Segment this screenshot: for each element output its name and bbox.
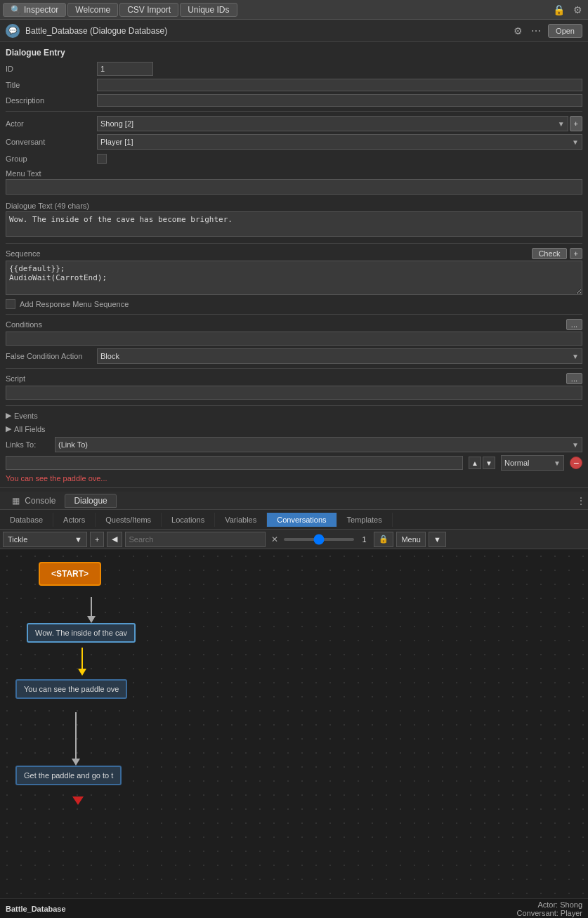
add-conversation-button[interactable]: + xyxy=(90,532,104,547)
pin-button[interactable]: 🔒 xyxy=(550,3,568,17)
window-settings-button[interactable]: ⚙ xyxy=(512,24,524,38)
actors-tab-label: Actors xyxy=(63,516,85,524)
links-to-dropdown[interactable]: (Link To) ▼ xyxy=(55,437,582,452)
dialogue-node-2[interactable]: You can see the paddle ove xyxy=(15,679,127,699)
canvas-toolbar: Tickle ▼ + ◀ ✕ 1 🔒 Menu ▼ xyxy=(0,530,588,549)
conversation-selector[interactable]: Tickle ▼ xyxy=(3,532,87,547)
actor-add-button[interactable]: + xyxy=(570,116,582,131)
warning-input[interactable] xyxy=(6,456,463,470)
sub-tab-database[interactable]: Database xyxy=(0,513,53,527)
add-response-menu-seq-checkbox[interactable] xyxy=(6,299,15,309)
all-fields-label: All Fields xyxy=(14,425,46,433)
conversant-dropdown-container: Player [1] ▼ xyxy=(97,134,582,150)
sub-tab-templates[interactable]: Templates xyxy=(337,513,393,527)
tab-welcome[interactable]: Welcome xyxy=(67,3,118,17)
script-input[interactable] xyxy=(6,386,582,400)
separator4 xyxy=(6,368,582,369)
conditions-ellipsis-button[interactable]: ... xyxy=(566,319,582,330)
nav-down-button[interactable]: ▼ xyxy=(483,457,495,469)
actor-field-row: Actor Shong [2] ▼ + xyxy=(6,114,582,133)
warning-row: ▲ ▼ Normal ▼ − xyxy=(6,454,582,472)
dialogue-node-3-label: Get the paddle and go to t xyxy=(24,771,113,780)
links-to-row: Links To: (Link To) ▼ xyxy=(6,435,582,454)
conversant-status: Conversant: Player xyxy=(516,909,582,917)
lock-button[interactable]: 🔒 xyxy=(374,532,393,547)
dialogue-node-1[interactable]: Wow. The inside of the cav xyxy=(27,623,136,643)
events-row[interactable]: ▶ Events xyxy=(6,409,582,422)
variables-tab-label: Variables xyxy=(225,516,256,524)
title-label: Title xyxy=(6,81,97,89)
zoom-slider[interactable] xyxy=(284,538,354,541)
all-fields-chevron-icon: ▶ xyxy=(6,424,11,433)
menu-text-block: Menu Text xyxy=(6,166,582,196)
false-condition-dropdown[interactable]: Block ▼ xyxy=(97,348,582,364)
normal-dropdown[interactable]: Normal ▼ xyxy=(501,455,564,471)
conversant-dropdown-arrow: ▼ xyxy=(572,138,579,146)
actor-dropdown[interactable]: Shong [2] ▼ xyxy=(97,116,568,131)
id-input[interactable] xyxy=(97,62,153,76)
canvas-search-input[interactable] xyxy=(125,532,266,547)
sub-tabs-bar: Database Actors Quests/Items Locations V… xyxy=(0,510,588,530)
events-chevron-icon: ▶ xyxy=(6,411,11,420)
canvas-area[interactable]: <START> Wow. The inside of the cav You c… xyxy=(0,549,588,898)
window-more-button[interactable]: ⋯ xyxy=(530,24,542,38)
canvas-menu-button[interactable]: Menu xyxy=(396,532,426,547)
open-button[interactable]: Open xyxy=(548,24,582,38)
start-node[interactable]: <START> xyxy=(39,562,101,586)
links-to-value: (Link To) xyxy=(58,440,88,449)
minus-button[interactable]: − xyxy=(570,457,582,469)
close-icon: ✕ xyxy=(271,535,278,544)
events-label: Events xyxy=(14,412,38,420)
separator5 xyxy=(6,405,582,406)
bottom-panel: ▦ Console Dialogue ⋮ Database Actors Que… xyxy=(0,492,588,918)
normal-arrow: ▼ xyxy=(554,459,561,467)
sequence-buttons: Check + xyxy=(532,248,582,259)
tab-dialogue[interactable]: Dialogue xyxy=(65,494,116,508)
canvas-menu-arrow[interactable]: ▼ xyxy=(429,532,446,547)
description-input[interactable] xyxy=(97,94,582,107)
nav-prev-button[interactable]: ◀ xyxy=(107,532,122,547)
actor-dropdown-arrow: ▼ xyxy=(558,120,565,128)
sequence-add-button[interactable]: + xyxy=(570,248,582,259)
sub-tab-actors[interactable]: Actors xyxy=(53,513,96,527)
sub-tab-quests[interactable]: Quests/Items xyxy=(96,513,162,527)
unique-ids-tab-label: Unique IDs xyxy=(188,5,229,15)
sub-tab-conversations[interactable]: Conversations xyxy=(267,513,337,527)
all-fields-row[interactable]: ▶ All Fields xyxy=(6,422,582,435)
sub-tab-variables[interactable]: Variables xyxy=(215,513,267,527)
panel-menu-button[interactable]: ⋮ xyxy=(577,496,585,506)
conversant-label: Conversant xyxy=(6,138,97,146)
panel-menu-icon: ⋮ xyxy=(577,496,585,506)
top-bar: 🔍 Inspector Welcome CSV Import Unique ID… xyxy=(0,0,588,20)
separator1 xyxy=(6,111,582,112)
add-icon: + xyxy=(95,535,99,544)
title-field-row: Title xyxy=(6,77,582,93)
description-field-row: Description xyxy=(6,93,582,108)
conditions-input[interactable] xyxy=(6,332,582,346)
tab-csv-import[interactable]: CSV Import xyxy=(119,3,178,17)
sub-tab-locations[interactable]: Locations xyxy=(162,513,215,527)
false-condition-label: False Condition Action xyxy=(6,352,97,360)
conversant-dropdown[interactable]: Player [1] ▼ xyxy=(97,134,582,150)
tab-unique-ids[interactable]: Unique IDs xyxy=(180,3,237,17)
check-button[interactable]: Check xyxy=(532,248,566,259)
tab-inspector[interactable]: 🔍 Inspector xyxy=(3,3,66,17)
title-input[interactable] xyxy=(97,79,582,91)
tab-console[interactable]: ▦ Console xyxy=(3,494,65,508)
menu-text-input[interactable] xyxy=(6,179,582,195)
dialogue-db-icon: 💬 xyxy=(6,24,20,38)
warning-text: You can see the paddle ove... xyxy=(6,474,107,483)
search-clear-button[interactable]: ✕ xyxy=(268,535,281,544)
quests-tab-label: Quests/Items xyxy=(105,516,151,524)
inspector-panel: Dialogue Entry ID Title Description xyxy=(0,42,588,492)
separator3 xyxy=(6,314,582,315)
dialogue-text-input[interactable]: Wow. The inside of the cave has become b… xyxy=(6,211,582,237)
nav-up-button[interactable]: ▲ xyxy=(469,457,481,469)
dialogue-node-3[interactable]: Get the paddle and go to t xyxy=(15,766,122,785)
warning-text-container: You can see the paddle ove... xyxy=(6,472,582,485)
settings-icon[interactable]: ⚙ xyxy=(570,3,585,17)
script-ellipsis-button[interactable]: ... xyxy=(566,373,582,384)
sequence-input[interactable]: {{default}}; AudioWait(CarrotEnd); xyxy=(6,261,582,295)
group-checkbox[interactable] xyxy=(97,154,107,164)
conversant-field-row: Conversant Player [1] ▼ xyxy=(6,133,582,151)
